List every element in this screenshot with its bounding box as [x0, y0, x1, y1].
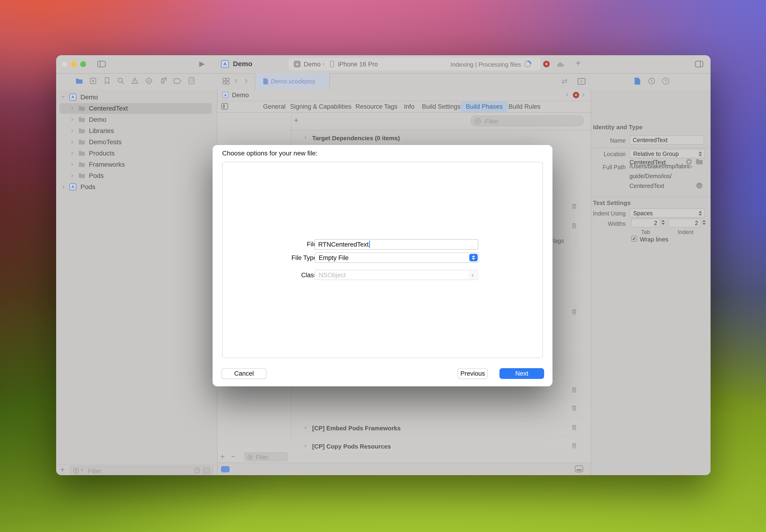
bookmark-navigator-icon[interactable] [104, 77, 110, 84]
error-count-badge[interactable]: × [543, 61, 550, 67]
indent-using-popup[interactable]: Spaces [630, 208, 705, 218]
flagged-filter-icon[interactable]: +– [203, 468, 209, 473]
combo-chevron-icon[interactable]: ∨ [469, 271, 476, 279]
run-button[interactable]: ▶ [199, 59, 205, 68]
indent-width-stepper[interactable] [702, 220, 706, 225]
toggle-inspector-icon[interactable] [695, 61, 703, 67]
disclosure-icon[interactable]: › [71, 138, 73, 145]
previous-button[interactable]: Previous [458, 368, 488, 379]
help-inspector-icon[interactable]: ? [662, 78, 669, 85]
jumpbar-forward-icon[interactable]: › [582, 90, 585, 99]
disclosure-icon[interactable]: › [304, 424, 306, 431]
sidebar-item-pods-project[interactable]: › A Pods [56, 182, 217, 192]
cancel-button[interactable]: Cancel [221, 368, 266, 379]
delete-phase-icon[interactable] [571, 309, 577, 315]
sidebar-item-demo-project[interactable]: › A Demo [56, 92, 217, 103]
disclosure-icon[interactable]: › [71, 116, 73, 123]
scheme-device-label[interactable]: iPhone 16 Pro [338, 61, 378, 68]
disclosure-icon[interactable]: › [71, 127, 73, 134]
sidebar-item-pods-group[interactable]: › Pods [56, 170, 217, 181]
disclosure-icon[interactable]: › [71, 172, 73, 179]
hide-project-list-icon[interactable] [221, 103, 228, 110]
scheme-target-label[interactable]: Demo [304, 61, 320, 68]
phase-row-target-dependencies[interactable]: › Target Dependencies (0 items) [291, 130, 591, 146]
close-window-button[interactable] [61, 61, 67, 67]
cloud-icon[interactable] [557, 62, 565, 67]
add-editor-icon[interactable]: + [578, 78, 586, 85]
tab-build-rules[interactable]: Build Rules [504, 101, 546, 112]
recent-files-icon[interactable] [194, 467, 200, 474]
delete-phase-icon[interactable] [571, 424, 577, 431]
target-filter-field[interactable]: Filter [244, 452, 288, 461]
swap-editor-icon[interactable]: ⇄ [562, 77, 568, 85]
disclosure-icon[interactable]: › [71, 104, 73, 112]
disclosure-icon[interactable]: › [71, 161, 73, 168]
file-type-popup[interactable]: Empty File [314, 252, 479, 263]
tab-resource-tags[interactable]: Resource Tags [350, 101, 403, 112]
add-build-phase-button[interactable]: + [294, 115, 298, 125]
find-navigator-icon[interactable] [117, 77, 124, 84]
build-phases-filter-field[interactable]: Filter [471, 115, 584, 126]
add-tab-button[interactable]: + [576, 58, 581, 68]
report-navigator-icon[interactable] [188, 77, 194, 84]
goto-path-icon[interactable]: → [696, 183, 702, 189]
add-target-button[interactable]: + [220, 452, 225, 461]
related-items-icon[interactable] [223, 78, 230, 85]
sidebar-item-libraries[interactable]: › Libraries [56, 126, 217, 136]
go-forward-icon[interactable]: › [244, 75, 248, 86]
source-control-navigator-icon[interactable] [90, 78, 96, 84]
breakpoint-navigator-icon[interactable] [173, 78, 181, 84]
tab-width-stepper[interactable] [662, 220, 665, 225]
jumpbar-error-badge[interactable]: × [573, 92, 579, 98]
sidebar-item-centeredtext[interactable]: › CenteredText [56, 103, 217, 114]
navigator-filter-field[interactable]: ∨ Filter +– [70, 466, 213, 475]
file-name-input[interactable]: RTNCenteredText [314, 239, 478, 250]
tab-width-field[interactable]: 2 [631, 219, 660, 227]
disclosure-icon[interactable]: › [60, 96, 67, 98]
tab-build-settings[interactable]: Build Settings [417, 101, 466, 112]
test-navigator-icon[interactable] [145, 77, 152, 84]
minimize-window-button[interactable] [71, 61, 77, 67]
sidebar-item-products[interactable]: › Products [56, 148, 217, 159]
remove-target-button[interactable]: − [231, 452, 235, 461]
delete-phase-icon[interactable] [571, 203, 577, 209]
choose-folder-icon[interactable] [696, 159, 703, 164]
wrap-lines-checkbox[interactable]: ✓ [631, 236, 637, 242]
disclosure-icon[interactable]: › [62, 183, 64, 190]
debug-navigator-icon[interactable] [159, 77, 167, 84]
phase-row-cp-embed-pods[interactable]: › [CP] Embed Pods Frameworks [291, 421, 591, 435]
go-back-icon[interactable]: ‹ [235, 75, 238, 86]
sidebar-item-demo-group[interactable]: › Demo [56, 114, 217, 125]
delete-phase-icon[interactable] [571, 405, 577, 411]
add-file-button[interactable]: + [60, 465, 65, 474]
jumpbar-back-icon[interactable]: ‹ [566, 90, 569, 99]
project-navigator-icon[interactable] [76, 78, 83, 84]
disclosure-icon[interactable]: › [304, 134, 306, 141]
file-inspector-icon[interactable] [635, 78, 640, 85]
sidebar-item-demotests[interactable]: › DemoTests [56, 137, 217, 147]
phase-row-cp-copy-pods[interactable]: › [CP] Copy Pods Resources [291, 439, 591, 454]
tab-signing-capabilities[interactable]: Signing & Capabilities [285, 101, 357, 112]
disclosure-icon[interactable]: › [304, 442, 306, 449]
tab-info[interactable]: Info [399, 101, 420, 112]
delete-phase-icon[interactable] [571, 223, 577, 229]
zoom-window-button[interactable] [80, 61, 86, 67]
editor-tab[interactable]: Demo.xcodeproj [255, 73, 330, 90]
name-field[interactable]: CenteredText [630, 135, 704, 145]
location-popup[interactable]: Relative to Group [630, 149, 705, 158]
next-button[interactable]: Next [500, 368, 544, 379]
tab-build-phases[interactable]: Build Phases [461, 101, 508, 112]
jumpbar-label[interactable]: Demo [232, 92, 249, 99]
toggle-navigator-icon[interactable] [97, 61, 106, 67]
class-combobox[interactable]: NSObject ∨ [314, 270, 478, 280]
issue-navigator-icon[interactable] [131, 77, 138, 84]
delete-phase-icon[interactable] [571, 387, 577, 393]
target-breadcrumb-icon[interactable] [221, 466, 230, 472]
delete-phase-icon[interactable] [571, 442, 577, 449]
sidebar-item-frameworks[interactable]: › Frameworks [56, 159, 217, 170]
activity-status-text[interactable]: Indexing | Processing files [450, 61, 521, 68]
disclosure-icon[interactable]: › [71, 149, 73, 157]
indent-width-field[interactable]: 2 [668, 219, 701, 227]
scheme-and-activity-pill[interactable]: A Demo › iPhone 16 Pro Indexing | Proces… [288, 58, 541, 70]
history-inspector-icon[interactable] [648, 78, 655, 85]
